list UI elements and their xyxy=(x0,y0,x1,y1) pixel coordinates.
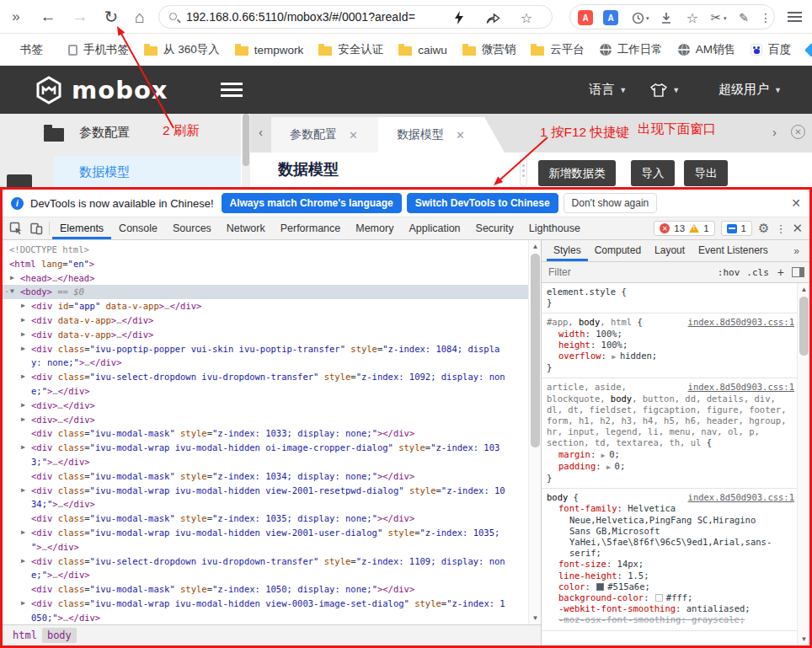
dom-tree-line[interactable]: <html lang="en"> xyxy=(3,257,528,271)
twisty-icon[interactable]: ▶ xyxy=(21,342,25,356)
pen-icon[interactable]: ✎ xyxy=(735,9,752,26)
bookmark-item[interactable]: 手机书签 xyxy=(68,42,129,57)
dom-tree-line[interactable]: ▶<div class="ivu-modal-wrap ivu-modal-hi… xyxy=(3,597,528,611)
devtools-tab-performance[interactable]: Performance xyxy=(273,217,349,239)
content-scrollbar[interactable] xyxy=(520,154,527,186)
export-button[interactable]: 导出 xyxy=(684,160,728,186)
dom-tree-line[interactable]: ▶<div class="ivu-modal-wrap ivu-modal-hi… xyxy=(3,441,528,455)
twisty-icon[interactable]: ▶ xyxy=(21,484,25,498)
color-swatch[interactable] xyxy=(596,583,604,591)
dom-tree-line[interactable]: 3;">…</div> xyxy=(3,455,528,469)
bookmark-item[interactable]: 安全认证 xyxy=(318,42,383,57)
elements-scrollbar[interactable]: ▲ ▼ xyxy=(528,240,541,624)
bookmark-item[interactable]: 百度 xyxy=(751,42,791,57)
dom-tree-line[interactable]: <!DOCTYPE html> xyxy=(3,243,528,257)
add-dataclass-button[interactable]: 新增数据类 xyxy=(538,160,616,186)
console-errors-badge[interactable]: ✕ 13 1 xyxy=(654,221,714,236)
infobar-button[interactable]: Always match Chrome's language xyxy=(222,193,402,213)
twisty-icon[interactable]: ▶ xyxy=(21,554,25,569)
styles-scrollbar[interactable]: ▲ ▼ xyxy=(797,283,809,645)
pdf-extension-icon[interactable]: A xyxy=(577,9,594,26)
extensions-menu-icon[interactable]: ⋮ xyxy=(757,9,774,26)
twisty-icon[interactable]: ▼ xyxy=(10,285,14,299)
devtools-tab-security[interactable]: Security xyxy=(468,217,521,239)
user-dropdown[interactable]: 超级用户▼ xyxy=(719,82,782,98)
bookmark-item[interactable]: 云平台 xyxy=(531,42,585,57)
history-clock-icon[interactable]: ▾ xyxy=(629,9,646,26)
devtools-tab-elements[interactable]: Elements xyxy=(52,217,111,239)
sidebar-scrollbar[interactable] xyxy=(242,114,250,190)
new-style-rule-icon[interactable]: + xyxy=(777,265,784,279)
dom-tree-line[interactable]: ▶<div>…</div> xyxy=(3,399,528,413)
dom-tree-line[interactable]: ▶<div class="ivu-modal-wrap ivu-modal-hi… xyxy=(3,526,528,540)
twisty-icon[interactable]: ▶ xyxy=(21,441,25,455)
dom-tree-line[interactable]: ▶<div data-v-app>…</div> xyxy=(3,328,528,342)
twisty-icon[interactable]: ▶ xyxy=(21,399,25,413)
infobar-button[interactable]: Switch DevTools to Chinese xyxy=(407,193,558,213)
clip-scissors-icon[interactable]: ✂▾ xyxy=(708,9,724,26)
stylesheet-link[interactable]: index.8d50d903.css:1 xyxy=(688,317,794,328)
issues-badge[interactable]: 1 xyxy=(721,221,752,236)
bookmark-item[interactable]: caiwu xyxy=(398,44,447,56)
bookmark-item[interactable]: AM销售 xyxy=(678,42,735,57)
twisty-icon[interactable]: ▶ xyxy=(21,328,25,342)
send-icon[interactable] xyxy=(483,10,503,25)
dom-tree-line[interactable]: <div class="ivu-modal-mask" style="z-ind… xyxy=(3,469,528,484)
bookmark-item[interactable]: 微营销 xyxy=(462,42,516,57)
close-icon[interactable]: ✕ xyxy=(349,129,358,142)
styles-filter-input[interactable] xyxy=(547,265,665,279)
dom-tree-line[interactable]: ▶<div class="ivu-select-dropdown ivu-dro… xyxy=(3,554,528,569)
device-toolbar-icon[interactable] xyxy=(26,218,46,238)
bolt-icon[interactable] xyxy=(449,10,469,25)
dom-tree-line[interactable]: <div class="ivu-modal-mask" style="z-ind… xyxy=(3,426,528,441)
tab-event-listeners[interactable]: Event Listeners xyxy=(692,240,775,261)
bookmark-star-icon[interactable]: ☆ xyxy=(516,10,537,25)
dom-tree-line[interactable]: ▶<head>…</head> xyxy=(3,271,528,286)
infobar-close-icon[interactable]: ✕ xyxy=(791,196,801,210)
refresh-icon[interactable]: ↻ xyxy=(99,0,123,34)
tab-computed[interactable]: Computed xyxy=(588,240,648,261)
toggle-element-classes[interactable]: .cls xyxy=(746,267,769,278)
dom-tree-line[interactable]: <div class="ivu-modal-mask" style="z-ind… xyxy=(3,511,528,526)
bookmark-item[interactable]: 书签 xyxy=(14,42,43,57)
sidebar-item-datamodel[interactable]: 数据模型 xyxy=(54,156,241,190)
close-icon[interactable]: ✕ xyxy=(456,129,465,142)
dom-tree-line[interactable]: ··▼<body> == $0 xyxy=(3,285,528,299)
tab-datamodel[interactable]: 数据模型✕ xyxy=(378,117,505,153)
dom-tree-line[interactable]: ▶<div class="ivu-poptip-popper vui-skin … xyxy=(3,342,528,356)
stylesheet-link[interactable]: index.8d50d903.css:1 xyxy=(688,382,794,393)
back-icon[interactable]: ← xyxy=(37,0,59,34)
dom-tree-line[interactable]: e;">…</div> xyxy=(3,384,528,399)
language-dropdown[interactable]: 语言▼ xyxy=(589,82,627,98)
twisty-icon[interactable]: ▶ xyxy=(21,370,25,384)
devtools-tab-sources[interactable]: Sources xyxy=(165,217,219,239)
devtools-tab-application[interactable]: Application xyxy=(401,217,467,239)
twisty-icon[interactable]: ▶ xyxy=(21,299,25,313)
download-icon[interactable] xyxy=(658,9,675,26)
bookmark-item[interactable]: 工作日常 xyxy=(600,42,663,57)
sidebar-item-config[interactable]: 参数配置 xyxy=(79,125,130,141)
twisty-icon[interactable]: ▶ xyxy=(21,526,25,540)
theme-dropdown[interactable]: ▼ xyxy=(650,83,680,97)
toggle-hover-state[interactable]: :hov xyxy=(718,267,740,278)
tab-scroll-right-icon[interactable]: › xyxy=(772,125,777,139)
devtools-close-icon[interactable]: ✕ xyxy=(792,221,803,236)
dom-tree-line[interactable]: ▶<div data-v-app>…</div> xyxy=(3,313,528,328)
forward-icon[interactable]: → xyxy=(69,0,91,34)
twisty-icon[interactable]: ▶ xyxy=(21,413,25,427)
tab-layout[interactable]: Layout xyxy=(648,240,692,261)
twisty-icon[interactable]: ▶ xyxy=(21,313,25,328)
devtools-menu-icon[interactable]: ⋮ xyxy=(775,222,786,235)
tab-scroll-left-icon[interactable]: ‹ xyxy=(259,125,263,139)
devtools-tab-memory[interactable]: Memory xyxy=(348,217,401,239)
dom-tree-line[interactable]: e;">…</div> xyxy=(3,568,528,582)
inspect-element-icon[interactable] xyxy=(6,218,26,238)
devtools-tab-network[interactable]: Network xyxy=(219,217,273,239)
dom-tree-line[interactable]: 34;">…</div> xyxy=(3,497,528,511)
bookmark-item[interactable]: tempwork xyxy=(235,44,304,56)
devtools-tab-lighthouse[interactable]: Lighthouse xyxy=(521,217,588,239)
bookmark-item[interactable]: 从 360导入 xyxy=(144,42,220,57)
dom-tree-line[interactable]: <div class="ivu-modal-mask" style="z-ind… xyxy=(3,582,528,597)
url-text[interactable]: 192.168.0.66:5110/mobox3/#/0001?areaId= xyxy=(186,10,415,24)
twisty-icon[interactable]: ▶ xyxy=(10,271,14,286)
